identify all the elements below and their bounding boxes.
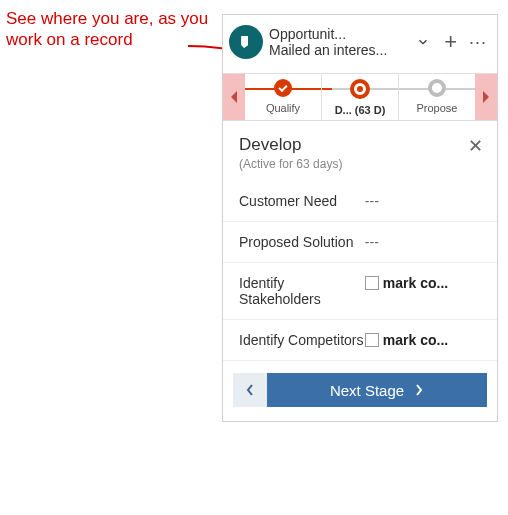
stage-node-current-icon: [350, 79, 370, 99]
next-stage-label: Next Stage: [330, 382, 404, 399]
field-label: Identify Competitors: [239, 332, 365, 348]
record-header-text: Opportunit... Mailed an interes...: [269, 26, 408, 58]
stage-node-future-icon: [428, 79, 446, 97]
more-button[interactable]: ···: [469, 32, 487, 53]
stage-develop[interactable]: D... (63 D): [322, 74, 399, 120]
field-row[interactable]: Proposed Solution ---: [223, 222, 497, 263]
checkbox-label: mark co...: [383, 332, 448, 348]
stage-node-done-icon: [274, 79, 292, 97]
stage-label: Propose: [417, 102, 458, 114]
close-icon[interactable]: ✕: [468, 135, 483, 157]
field-row[interactable]: Identify Stakeholders mark co...: [223, 263, 497, 320]
record-title: Opportunit...: [269, 26, 408, 42]
field-label: Customer Need: [239, 193, 365, 209]
stage-detail-subtitle: (Active for 63 days): [239, 157, 481, 171]
record-subtitle: Mailed an interes...: [269, 42, 408, 58]
checkbox[interactable]: [365, 333, 379, 347]
stages-prev-button[interactable]: [223, 74, 245, 120]
stage-qualify[interactable]: Qualify: [245, 74, 322, 120]
expand-record-chevron[interactable]: [414, 35, 432, 49]
process-stages-row: Qualify D... (63 D) Propose: [223, 73, 497, 121]
record-type-icon: [229, 25, 263, 59]
record-header: Opportunit... Mailed an interes... + ···: [223, 15, 497, 69]
record-panel: Opportunit... Mailed an interes... + ···…: [222, 14, 498, 422]
field-label: Identify Stakeholders: [239, 275, 365, 307]
stage-footer: Next Stage: [223, 361, 497, 421]
checkbox[interactable]: [365, 276, 379, 290]
stage-label: Qualify: [266, 102, 300, 114]
field-label: Proposed Solution: [239, 234, 365, 250]
stage-detail-title: Develop: [239, 135, 481, 155]
chevron-right-icon: [414, 383, 424, 397]
prev-stage-button[interactable]: [233, 373, 267, 407]
stages-track: Qualify D... (63 D) Propose: [245, 74, 475, 120]
stages-next-button[interactable]: [475, 74, 497, 120]
stage-detail-header: Develop (Active for 63 days) ✕: [223, 121, 497, 177]
field-row[interactable]: Identify Competitors mark co...: [223, 320, 497, 361]
annotation-text: See where you are, as you work on a reco…: [6, 8, 216, 51]
next-stage-button[interactable]: Next Stage: [267, 373, 487, 407]
stage-fields: Customer Need --- Proposed Solution --- …: [223, 177, 497, 361]
field-value: ---: [365, 234, 481, 250]
add-button[interactable]: +: [444, 29, 457, 55]
stage-propose[interactable]: Propose: [399, 74, 475, 120]
field-row[interactable]: Customer Need ---: [223, 181, 497, 222]
checkbox-label: mark co...: [383, 275, 448, 291]
field-value: ---: [365, 193, 481, 209]
stage-label: D... (63 D): [335, 104, 386, 116]
